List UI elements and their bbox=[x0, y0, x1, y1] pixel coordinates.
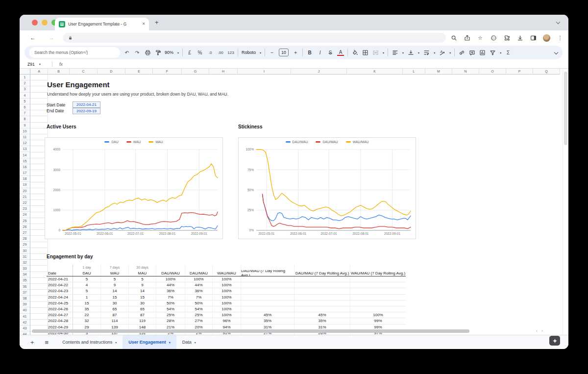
share-icon[interactable] bbox=[464, 34, 470, 41]
table-cell[interactable]: 2022-04-26 bbox=[47, 306, 73, 312]
insert-link-button[interactable] bbox=[458, 48, 465, 57]
text-wrap-dropdown-arrow[interactable]: ▾ bbox=[434, 51, 435, 54]
column-header-h[interactable]: H bbox=[209, 69, 238, 75]
row-header-29[interactable]: 29 bbox=[20, 242, 30, 248]
insert-chart-button[interactable] bbox=[479, 48, 486, 57]
column-header-d[interactable]: D bbox=[98, 69, 125, 75]
column-header-k[interactable]: K bbox=[347, 69, 403, 75]
row-header-36[interactable]: 36 bbox=[20, 284, 30, 290]
table-cell[interactable]: 100% bbox=[156, 276, 185, 282]
table-cell[interactable]: 5 bbox=[73, 276, 100, 282]
table-cell[interactable]: DAU bbox=[73, 270, 100, 276]
redo-button[interactable]: ↷ bbox=[134, 48, 141, 57]
table-cell[interactable]: 148 bbox=[128, 324, 156, 330]
table-cell[interactable]: 32 bbox=[73, 318, 100, 324]
row-header-41[interactable]: 41 bbox=[20, 314, 30, 320]
row-header-16[interactable]: 16 bbox=[20, 164, 30, 170]
column-header-i[interactable]: I bbox=[238, 69, 291, 75]
table-cell[interactable]: 22 bbox=[73, 312, 100, 318]
insert-comment-button[interactable] bbox=[468, 48, 475, 57]
font-select[interactable]: Roboto bbox=[242, 48, 256, 57]
table-cell[interactable] bbox=[241, 282, 294, 288]
table-cell[interactable]: 100% bbox=[185, 276, 212, 282]
next-arrow-icon[interactable]: › bbox=[541, 328, 547, 333]
create-filter-button[interactable] bbox=[489, 48, 496, 57]
print-button[interactable] bbox=[144, 48, 151, 57]
new-tab-button[interactable]: + bbox=[155, 19, 159, 26]
borders-button[interactable] bbox=[362, 48, 368, 57]
name-box[interactable]: Z91 ▾ bbox=[20, 62, 48, 67]
table-cell[interactable]: 44% bbox=[185, 282, 212, 288]
text-rotation-dropdown-arrow[interactable]: ▾ bbox=[449, 51, 451, 54]
search-icon[interactable] bbox=[450, 34, 457, 41]
row-header-20[interactable]: 20 bbox=[20, 188, 30, 194]
table-cell[interactable] bbox=[241, 300, 294, 306]
text-rotation-button[interactable]: A bbox=[439, 48, 445, 57]
close-tab-icon[interactable]: × bbox=[142, 22, 145, 26]
table-cell[interactable]: 44% bbox=[156, 282, 185, 288]
row-header-34[interactable]: 34 bbox=[20, 272, 30, 277]
column-header-p[interactable]: P bbox=[506, 69, 533, 75]
table-cell[interactable] bbox=[350, 306, 406, 312]
browser-tab[interactable]: User Engagement Template - G × bbox=[55, 18, 149, 30]
table-cell[interactable]: 54% bbox=[185, 306, 212, 312]
table-cell[interactable]: 100% bbox=[350, 312, 406, 318]
row-header-14[interactable]: 14 bbox=[20, 152, 30, 158]
row-header-24[interactable]: 24 bbox=[20, 212, 30, 218]
row-header-9[interactable]: 9 bbox=[20, 123, 30, 128]
table-cell[interactable]: 21% bbox=[156, 324, 185, 330]
row-header-35[interactable]: 35 bbox=[20, 277, 30, 283]
row-header-10[interactable]: 10 bbox=[20, 128, 30, 134]
table-cell[interactable]: 2022-04-21 bbox=[47, 276, 73, 282]
table-cell[interactable]: 2022-04-27 bbox=[47, 312, 73, 318]
sheet-cells-area[interactable]: User Engagement Understand how deeply yo… bbox=[30, 75, 560, 335]
table-cell[interactable]: 27% bbox=[185, 318, 212, 324]
table-cell[interactable]: 2022-04-24 bbox=[47, 295, 73, 300]
sidebar-icon[interactable] bbox=[530, 34, 537, 41]
row-header-30[interactable]: 30 bbox=[20, 248, 30, 253]
row-header-18[interactable]: 18 bbox=[20, 176, 30, 182]
column-header-o[interactable]: O bbox=[479, 69, 506, 75]
table-cell[interactable]: 1 bbox=[73, 295, 100, 300]
table-cell[interactable]: 20% bbox=[185, 324, 212, 330]
horizontal-align-button[interactable] bbox=[392, 48, 398, 57]
table-cell[interactable]: 29 bbox=[73, 324, 100, 330]
sheet-tab-dropdown-arrow[interactable]: ▾ bbox=[115, 341, 117, 344]
minimize-window-button[interactable] bbox=[42, 20, 48, 25]
strikethrough-button[interactable]: S bbox=[327, 48, 334, 57]
table-cell[interactable]: 65 bbox=[100, 306, 128, 312]
table-cell[interactable]: DAU/MAU (7 Day Rolling Avg.) bbox=[294, 270, 350, 276]
table-cell[interactable] bbox=[294, 295, 350, 300]
table-cell[interactable] bbox=[294, 276, 350, 282]
column-header-l[interactable]: L bbox=[403, 69, 425, 75]
row-header-8[interactable]: 8 bbox=[20, 116, 30, 122]
row-header-44[interactable]: 44 bbox=[20, 331, 30, 335]
table-cell[interactable]: 15 bbox=[100, 295, 128, 300]
increase-font-size-button[interactable]: + bbox=[292, 48, 299, 57]
table-cell[interactable] bbox=[350, 288, 406, 294]
tab-scroll-arrows[interactable]: ‹› bbox=[536, 328, 547, 333]
extensions-puzzle-icon[interactable] bbox=[503, 34, 510, 41]
table-cell[interactable]: 65 bbox=[128, 306, 156, 312]
row-header-12[interactable]: 12 bbox=[20, 140, 30, 146]
row-header-31[interactable]: 31 bbox=[20, 254, 30, 260]
font-dropdown-arrow[interactable]: ▾ bbox=[260, 51, 261, 54]
table-cell[interactable]: WAU/MAU (7 Day Rolling Avg.) bbox=[350, 270, 406, 276]
explore-button[interactable] bbox=[549, 336, 560, 346]
text-wrap-button[interactable] bbox=[423, 48, 430, 57]
active-users-chart[interactable]: DAUWAUMAU2022-05-012022-06-012022-07-012… bbox=[45, 137, 223, 239]
table-cell[interactable]: 25% bbox=[185, 312, 212, 318]
table-cell[interactable]: 15 bbox=[128, 295, 156, 300]
toolbar-collapse-chevron-icon[interactable] bbox=[554, 50, 558, 54]
table-cell[interactable]: Date bbox=[47, 270, 73, 276]
table-cell[interactable]: 1 day bbox=[73, 265, 100, 270]
sheet-tab-contents[interactable]: Contents and Instructions ▾ bbox=[56, 335, 122, 349]
table-cell[interactable] bbox=[241, 306, 294, 312]
table-cell[interactable]: 15 bbox=[73, 300, 100, 306]
sheet-tab-user-engagement[interactable]: User Engagement ▾ bbox=[122, 335, 176, 349]
start-date-cell[interactable]: 2022-04-21 bbox=[73, 101, 100, 108]
bold-button[interactable]: B bbox=[306, 48, 313, 57]
vertical-scrollbar-track[interactable] bbox=[563, 69, 568, 335]
decrease-font-size-button[interactable]: − bbox=[269, 48, 275, 57]
table-cell[interactable]: 139 bbox=[100, 324, 128, 330]
